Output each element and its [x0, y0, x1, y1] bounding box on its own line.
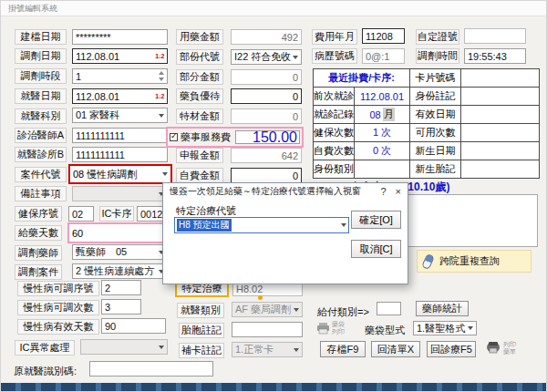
med-days-label: 給藥天數	[15, 225, 62, 241]
chevron-down-icon	[162, 172, 168, 176]
chronic-times-field[interactable]: 3	[101, 299, 141, 315]
pharmacist-dropdown[interactable]: 甄藥師 05	[72, 244, 168, 260]
notes-panel	[407, 194, 538, 247]
nhi-seq-label: 健保序號	[15, 206, 62, 222]
created-date-label: 建檔日期	[15, 29, 67, 45]
remarks-dropdown[interactable]	[72, 186, 168, 201]
table-cell	[355, 160, 410, 179]
table-cell	[461, 88, 540, 106]
window-title: 掛號編輯系統	[1, 1, 547, 16]
table-cell: 就診記錄	[314, 106, 355, 124]
table-cell	[461, 160, 540, 179]
custom-id-label: 自定證號	[416, 29, 459, 45]
dialog-cancel-button[interactable]: 取消[C]	[351, 240, 401, 258]
table-cell	[461, 142, 540, 160]
chronic-valid-days-label: 慢性病有效天數	[17, 319, 99, 335]
bag-print-line1: 藥袋	[332, 321, 345, 328]
table-cell: 健保次數	[314, 124, 355, 142]
recent-card-table: 最近掛費/卡序: 卡片號碼 前次就診 112.08.01 身份註記 就診記錄 0…	[313, 68, 540, 179]
save-button[interactable]: 存檔F9	[320, 341, 366, 357]
table-cell	[461, 124, 540, 142]
copay-code-dropdown[interactable]: I22 符合免收	[231, 49, 302, 65]
clinic-b-field[interactable]: 1111111111	[72, 147, 168, 162]
table-cell: 0 次	[355, 142, 410, 160]
self-pay-field[interactable]: 0	[231, 168, 302, 183]
chronic-seq-field[interactable]: 2	[101, 280, 141, 295]
back-to-clinic-button[interactable]: 回診療F5	[427, 341, 476, 357]
bag-format-dropdown[interactable]: 1.醫聖格式	[413, 321, 477, 335]
dispense-time-field[interactable]: 19:55:43	[464, 48, 526, 64]
ic-error-dropdown[interactable]	[80, 339, 168, 355]
fee-ym-field[interactable]: 11208	[362, 28, 405, 44]
created-date-field[interactable]: *********	[72, 29, 168, 45]
chart-no-label: 病歷號碼	[312, 48, 357, 64]
dispense-case-label: 調劑案件	[15, 264, 62, 280]
pay-type-field[interactable]	[377, 302, 401, 315]
dept-dropdown[interactable]: 01 家醫科	[72, 108, 168, 123]
dialog-titlebar[interactable]: 慢簽一次領足給藥～特定治療代號選擇輸入視窗 ? ×	[163, 183, 408, 200]
visit-type-dropdown[interactable]: AF 藥局調劑	[232, 302, 303, 317]
nhi-seq-field[interactable]: 02	[68, 206, 94, 222]
card-reissue-dropdown[interactable]: 1.正常卡	[232, 342, 303, 357]
card-reissue-label: 補卡註記	[179, 343, 224, 358]
pharmacist-label: 調劑藥師	[15, 245, 62, 261]
print-med-line1: 列印	[503, 341, 516, 348]
print-med-list-icon[interactable]	[485, 340, 501, 357]
fetus-note-label: 胎胞註記	[179, 323, 224, 338]
pharmacy-fee-field[interactable]: 150.00	[235, 130, 300, 144]
self-pay-label: 自費金額	[176, 168, 223, 183]
date-picker-icon[interactable]: 1↓2	[155, 53, 164, 59]
table-cell: 新生胎記	[410, 160, 461, 179]
date-picker-icon[interactable]: 1↓2	[155, 93, 164, 99]
dialog-ok-button[interactable]: 確定[O]	[351, 211, 401, 229]
cross-hospital-query-button[interactable]: 跨院重複查詢	[417, 250, 532, 273]
table-cell: 1 次	[355, 124, 410, 142]
visit-date-field[interactable]: 112.08.01 1↓2	[72, 88, 168, 104]
med-days-field[interactable]: 60	[67, 222, 170, 243]
table-cell: 前次就診	[314, 88, 355, 106]
fetus-note-field[interactable]	[232, 322, 303, 337]
case-code-value: 08 慢性病調劑	[73, 168, 137, 181]
visit-month-value: 08	[369, 109, 380, 120]
print-med-line2: 藥單	[503, 348, 516, 356]
special-treatment-dialog: 慢簽一次領足給藥～特定治療代號選擇輸入視窗 ? × 特定治療代號 H8 預定出國…	[162, 182, 408, 284]
material-amount-field: 0	[231, 108, 302, 124]
special-treatment-code-label: 特定治療代號	[176, 204, 236, 218]
table-cell: 有效日期	[410, 106, 461, 124]
dispense-case-dropdown[interactable]: 2 慢性病連續處方	[72, 263, 168, 279]
case-code-dropdown[interactable]: 08 慢性病調劑	[68, 164, 172, 184]
chronic-valid-days-field[interactable]: 90	[101, 318, 166, 334]
dialog-help-button[interactable]: ?	[380, 186, 386, 197]
dispense-period-label: 調劑時段	[15, 68, 67, 84]
pay-type-label: 給付類別=>	[317, 305, 369, 319]
visit-date-value: 112.08.01	[76, 91, 119, 102]
orange-dot-icon	[258, 295, 263, 300]
dialog-close-icon[interactable]: ×	[396, 186, 401, 197]
table-cell	[461, 106, 540, 124]
table-cell: 卡片號碼	[410, 69, 461, 88]
back-to-list-button[interactable]: 回清單X	[371, 341, 420, 357]
table-cell: 身份註記	[410, 88, 461, 106]
doctor-a-field[interactable]: 1111111111	[72, 128, 168, 143]
table-cell: 自費次數	[314, 142, 355, 160]
chevron-down-icon	[159, 346, 164, 349]
original-visit-id-field[interactable]	[89, 361, 213, 377]
drug-discount-field[interactable]: 0	[231, 88, 302, 104]
pharmacist-stats-button[interactable]: 藥師統計	[416, 301, 469, 316]
chart-no-field: 0@:1	[362, 48, 405, 64]
bag-format-value: 1.醫聖格式	[417, 322, 465, 335]
chevron-down-icon	[341, 223, 346, 227]
ic-error-label: IC異常處理	[15, 340, 75, 356]
drug-amount-label: 用藥金額	[176, 29, 223, 45]
bag-print-icon[interactable]	[316, 322, 330, 338]
dispense-date-field[interactable]: 112.08.01 1↓2	[72, 48, 168, 64]
chronic-seq-label: 慢性病可調序號	[17, 281, 99, 296]
pharmacy-fee-checkbox[interactable]	[170, 133, 178, 141]
special-treatment-code-dropdown[interactable]: H8 預定出國	[174, 217, 349, 233]
chevron-down-icon	[159, 114, 164, 118]
table-cell: 身份類別	[314, 160, 355, 179]
spinner-icon[interactable]	[159, 71, 164, 81]
bottom-taskbar	[1, 383, 547, 392]
dispense-period-stepper[interactable]: 1	[72, 68, 168, 84]
doctor-a-label: 診治醫師A	[15, 128, 67, 143]
